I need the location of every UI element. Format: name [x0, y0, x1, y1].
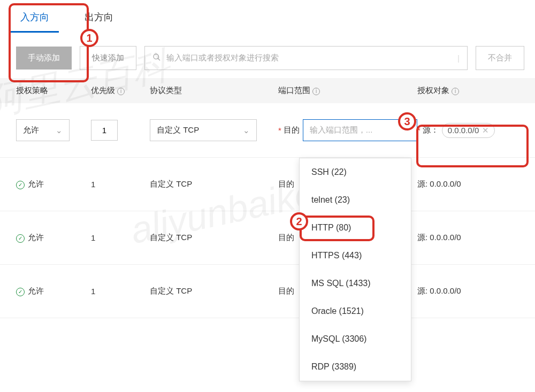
dropdown-item-ssh[interactable]: SSH (22) — [300, 158, 411, 186]
edit-row: 允许 ⌄ 自定义 TCP ⌄ * 目的 输入端口范围，... * 源： 0.0.… — [0, 103, 535, 158]
dropdown-item-oracle[interactable]: Oracle (1521) — [300, 297, 411, 325]
direction-tabs: 入方向 出方向 — [0, 0, 535, 33]
port-range-input[interactable]: 输入端口范围，... — [303, 119, 417, 141]
required-marker: * — [417, 126, 421, 135]
search-placeholder: 输入端口或者授权对象进行搜索 — [166, 53, 279, 63]
cell-target: 源: 0.0.0.0/0 — [417, 233, 524, 243]
port-dropdown: SSH (22) telnet (23) HTTP (80) HTTPS (44… — [299, 158, 411, 381]
table-row: ✓允许 1 自定义 TCP 目的 源: 0.0.0.0/0 — [0, 265, 535, 318]
close-icon[interactable]: ✕ — [482, 126, 489, 135]
check-icon: ✓ — [16, 181, 25, 189]
svg-line-1 — [158, 58, 160, 60]
rules-toolbar: 手动添加 快速添加 输入端口或者授权对象进行搜索 | 不合并 — [0, 33, 535, 78]
info-icon: i — [312, 88, 320, 95]
info-icon: i — [452, 88, 459, 95]
priority-input[interactable] — [91, 120, 118, 141]
cell-protocol: 自定义 TCP — [150, 233, 278, 243]
svg-point-0 — [154, 54, 158, 59]
dropdown-item-http[interactable]: HTTP (80) — [300, 214, 411, 242]
info-icon: i — [117, 88, 125, 95]
search-divider: | — [457, 53, 460, 63]
dropdown-item-https[interactable]: HTTPS (443) — [300, 242, 411, 270]
cell-target: 源: 0.0.0.0/0 — [417, 286, 524, 296]
header-priority: 优先级i — [91, 86, 150, 96]
port-label: 目的 — [284, 125, 300, 135]
policy-select[interactable]: 允许 ⌄ — [16, 119, 70, 141]
chevron-down-icon: ⌄ — [243, 126, 250, 135]
cell-policy: ✓允许 — [16, 179, 91, 189]
table-row: ✓允许 1 自定义 TCP 目的 源: 0.0.0.0/0 — [0, 211, 535, 265]
cell-priority: 1 — [91, 180, 150, 189]
dropdown-item-mssql[interactable]: MS SQL (1433) — [300, 270, 411, 297]
search-icon — [152, 53, 161, 63]
cell-target: 源: 0.0.0.0/0 — [417, 179, 524, 189]
header-port: 端口范围i — [278, 86, 417, 96]
tab-outbound[interactable]: 出方向 — [75, 5, 123, 33]
tab-inbound[interactable]: 入方向 — [11, 5, 59, 33]
table-header: 授权策略 优先级i 协议类型 端口范围i 授权对象i — [0, 78, 535, 103]
dropdown-item-telnet[interactable]: telnet (23) — [300, 186, 411, 214]
manual-add-button[interactable]: 手动添加 — [16, 47, 72, 70]
search-input[interactable]: 输入端口或者授权对象进行搜索 | — [144, 46, 468, 70]
header-protocol: 协议类型 — [150, 86, 278, 96]
merge-button[interactable]: 不合并 — [476, 46, 524, 70]
source-chip[interactable]: 0.0.0.0/0 ✕ — [442, 123, 495, 138]
cell-protocol: 自定义 TCP — [150, 286, 278, 296]
quick-add-button[interactable]: 快速添加 — [80, 46, 136, 70]
table-row: ✓允许 1 自定义 TCP 目的 源: 0.0.0.0/0 — [0, 158, 535, 211]
cell-priority: 1 — [91, 233, 150, 242]
check-icon: ✓ — [16, 288, 25, 296]
cell-priority: 1 — [91, 287, 150, 296]
check-icon: ✓ — [16, 234, 25, 243]
required-marker: * — [278, 126, 281, 135]
cell-policy: ✓允许 — [16, 233, 91, 243]
dropdown-item-mysql[interactable]: MySQL (3306) — [300, 325, 411, 353]
header-policy: 授权策略 — [16, 86, 91, 96]
cell-policy: ✓允许 — [16, 286, 91, 296]
dropdown-item-rdp[interactable]: RDP (3389) — [300, 353, 411, 381]
protocol-select[interactable]: 自定义 TCP ⌄ — [150, 119, 257, 141]
header-target: 授权对象i — [417, 86, 524, 96]
target-label: 源： — [423, 125, 439, 135]
cell-protocol: 自定义 TCP — [150, 179, 278, 189]
chevron-down-icon: ⌄ — [56, 126, 63, 135]
